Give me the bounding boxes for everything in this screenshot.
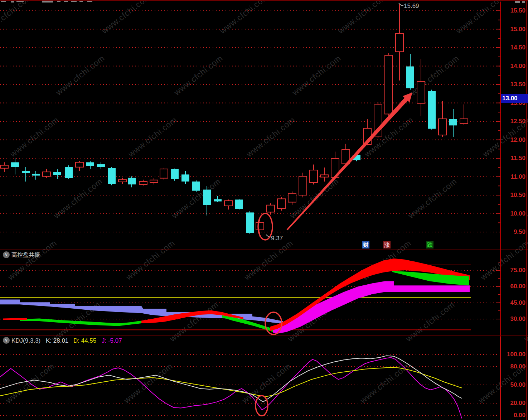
axis-label: 15.00 <box>500 26 528 33</box>
kdj-line-D <box>0 367 462 397</box>
watermark: www.cfchi.com <box>172 53 225 97</box>
axis-label: 100.00 <box>500 351 528 358</box>
kdj-line-J <box>0 358 462 419</box>
watermark: www.cfchi.com <box>244 115 297 159</box>
highlight-circle <box>265 312 282 334</box>
kdj-panel-title: KDJ(9,3,3) <box>11 337 40 344</box>
ribbon-red-band-mid <box>141 310 243 323</box>
axis-label: 12.50 <box>500 118 528 125</box>
watermark: www.cfchi.com <box>290 53 343 97</box>
watermark: www.cfchi.com <box>122 361 175 405</box>
axis-line-kdj <box>500 337 501 420</box>
watermark: www.cfchi.com <box>479 238 528 282</box>
highlight-circle <box>256 396 268 416</box>
trend-arrow <box>287 92 413 230</box>
watermark: www.cfchi.com <box>170 177 223 221</box>
axis-label: 12.00 <box>500 136 528 144</box>
watermark: www.cfchi.com <box>363 115 415 159</box>
watermark: www.cfchi.com <box>454 0 507 36</box>
kdj-d-value: D: 44.55 <box>73 337 96 344</box>
panel-divider-1 <box>0 250 528 250</box>
axis-label: 50.00 <box>500 381 528 388</box>
watermark: www.cfchi.com <box>358 361 411 405</box>
axis-label: 9.50 <box>500 228 528 236</box>
ribbon-green-band-mid <box>222 315 276 333</box>
ribbon-green-wedge-right <box>392 271 469 286</box>
chart-canvas <box>0 0 528 420</box>
watermark: www.cfchi.com <box>4 361 57 405</box>
axis-label: 15.50 <box>500 7 528 14</box>
axis-label: 10.00 <box>500 210 528 217</box>
panel-divider-2 <box>0 335 528 336</box>
stock-chart-window: www.cfchi.comwww.cfchi.comwww.cfchi.comw… <box>0 0 528 420</box>
ribbon-magenta-band <box>273 281 470 334</box>
watermark: www.cfchi.com <box>408 53 461 97</box>
badge-3[interactable]: 跌 <box>426 241 433 248</box>
axis-label: 11.00 <box>500 173 528 180</box>
axis-label: 14.50 <box>500 44 528 51</box>
axis-label: 20.00 <box>500 400 528 407</box>
current-price-tag: 13.00 <box>501 94 528 103</box>
axis-label: 80.00 <box>500 363 528 370</box>
ribbon-red-sliver-left <box>3 318 27 320</box>
axis-label: 13.50 <box>500 81 528 88</box>
watermark: www.cfchi.com <box>6 238 59 282</box>
watermark: www.cfchi.com <box>218 0 271 36</box>
axis-label: 60.00 <box>500 283 528 290</box>
kdj-line-K <box>0 356 462 402</box>
watermark: www.cfchi.com <box>404 300 457 344</box>
ribbon-red-crescent <box>270 259 470 331</box>
axis-label: 45.00 <box>500 299 528 306</box>
axis-label: 11.50 <box>500 155 528 162</box>
badge-2[interactable]: 涨 <box>383 241 391 248</box>
watermark: www.cfchi.com <box>286 300 339 344</box>
ribbon-green-band-left <box>20 319 141 326</box>
kdj-j-value: J: -5.07 <box>102 337 122 344</box>
top-frame-line <box>0 0 528 1</box>
watermark: www.cfchi.com <box>242 238 295 282</box>
axis-label: 0.00 <box>500 412 528 419</box>
watermark: www.cfchi.com <box>124 238 177 282</box>
axis-label: 14.00 <box>500 63 528 70</box>
watermark: www.cfchi.com <box>406 177 459 221</box>
watermark: www.cfchi.com <box>126 115 179 159</box>
watermark: www.cfchi.com <box>240 361 293 405</box>
kdj-k-value: K: 28.01 <box>46 337 68 344</box>
collapse-kdj-icon[interactable]: ∨ <box>3 337 10 344</box>
indicator-panel-title: 高控盘共振 <box>11 251 40 259</box>
watermark: www.cfchi.com <box>54 53 107 97</box>
watermark: www.cfchi.com <box>52 177 105 221</box>
watermark: www.cfchi.com <box>0 0 34 36</box>
watermark: www.cfchi.com <box>336 0 389 36</box>
low-price-label: 9.37 <box>271 235 283 242</box>
watermark: www.cfchi.com <box>288 177 341 221</box>
watermark: www.cfchi.com <box>100 0 152 36</box>
ribbon-blue-band <box>0 300 283 324</box>
watermark: www.cfchi.com <box>168 300 221 344</box>
axis-label: 30.00 <box>500 315 528 323</box>
axis-label: 10.50 <box>500 192 528 199</box>
watermark: www.cfchi.com <box>8 115 61 159</box>
collapse-indicator-icon[interactable]: ∨ <box>3 251 10 258</box>
badge-1[interactable]: 财 <box>362 241 369 248</box>
axis-label: 75.00 <box>500 267 528 274</box>
highlight-circle <box>258 213 272 240</box>
high-price-label: 15.69 <box>404 3 419 10</box>
